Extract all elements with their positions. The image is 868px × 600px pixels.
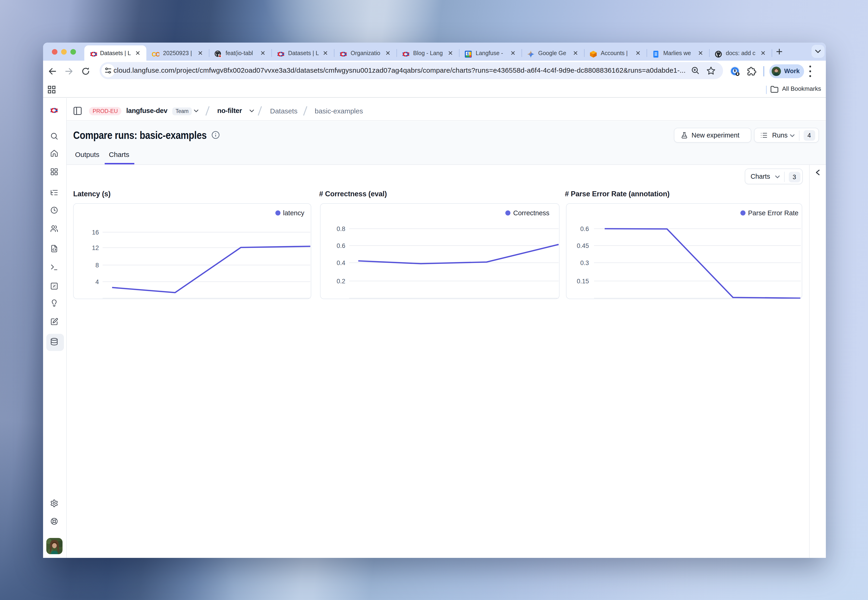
svg-text:16: 16	[92, 229, 99, 236]
svg-text:0.6: 0.6	[336, 242, 345, 249]
svg-text:Parse Error Rate: Parse Error Rate	[748, 209, 798, 217]
svg-text:0.3: 0.3	[580, 259, 589, 266]
svg-text:8: 8	[95, 262, 99, 268]
svg-text:0.6: 0.6	[580, 225, 589, 232]
svg-text:0.8: 0.8	[336, 225, 345, 232]
svg-text:0.45: 0.45	[577, 242, 589, 249]
svg-text:0.15: 0.15	[577, 277, 589, 285]
svg-text:6: 6	[466, 51, 469, 56]
svg-text:0.2: 0.2	[336, 277, 345, 285]
svg-text:Correctness: Correctness	[513, 209, 549, 217]
svg-text:12: 12	[92, 244, 99, 251]
svg-text:4: 4	[95, 278, 99, 285]
svg-text:0.4: 0.4	[336, 259, 345, 266]
svg-text:CO: CO	[152, 51, 159, 58]
svg-text:latency: latency	[283, 209, 304, 217]
